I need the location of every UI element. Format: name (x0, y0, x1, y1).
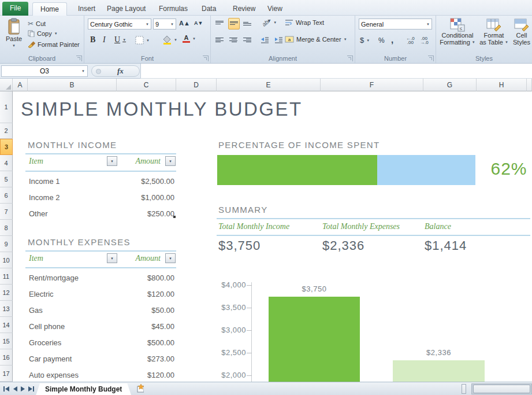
table-resize-handle[interactable] (173, 216, 176, 218)
font-name-combo[interactable]: Century Gothic ▼ (88, 19, 151, 29)
row-header-4[interactable]: 4 (0, 155, 13, 171)
paste-button[interactable]: Paste ▼ (3, 18, 24, 49)
expense-row[interactable]: Cell phone$45.00 (28, 319, 176, 334)
row-header-10[interactable]: 10 (0, 252, 13, 268)
row-header-14[interactable]: 14 (0, 317, 13, 333)
align-left-button[interactable] (215, 36, 225, 43)
percent-spent-heading[interactable]: PERCENTAGE OF INCOME SPENT (218, 140, 380, 150)
comma-style-button[interactable]: , (391, 35, 393, 45)
formula-bar-collapse-dot[interactable] (96, 69, 101, 74)
column-header-a[interactable]: A (13, 79, 28, 91)
row-header-3-selected[interactable]: 3 (0, 139, 13, 155)
shrink-font-button[interactable]: A▼ (194, 20, 203, 26)
align-right-button[interactable] (243, 36, 252, 43)
copy-button[interactable]: Copy ▼ (28, 30, 58, 37)
grow-font-button[interactable]: A▲ (179, 20, 190, 27)
income-amount-header[interactable]: Amount (111, 157, 161, 166)
row-header-11[interactable]: 11 (0, 268, 13, 285)
summary-value-income[interactable]: $3,750 (218, 238, 261, 253)
expense-row[interactable]: Auto expenses$120.00 (28, 367, 176, 382)
column-header-b[interactable]: B (28, 79, 117, 91)
accounting-format-button[interactable]: $▼ (360, 36, 370, 45)
increase-indent-button[interactable] (274, 36, 283, 43)
bold-button[interactable]: B (90, 35, 95, 45)
format-as-table-button[interactable]: Format as Table▼ (479, 18, 509, 46)
summary-value-balance[interactable]: $1,414 (425, 238, 467, 253)
column-header-h[interactable]: H (477, 79, 527, 91)
next-sheet-button[interactable] (19, 385, 27, 393)
column-header-g[interactable]: G (423, 79, 477, 91)
orientation-button[interactable]: ab▸ ▼ (262, 19, 277, 25)
conditional-formatting-button[interactable]: ≤ Conditional Formatting▼ (438, 18, 477, 46)
tab-page-layout[interactable]: Page Layout (99, 2, 153, 16)
previous-sheet-button[interactable] (11, 385, 18, 393)
italic-button[interactable]: I (103, 35, 106, 45)
insert-worksheet-button[interactable] (136, 384, 144, 392)
expenses-amount-header[interactable]: Amount (111, 254, 161, 263)
row-header-7[interactable]: 7 (0, 204, 13, 220)
row-header-12[interactable]: 12 (0, 285, 13, 301)
select-all-corner[interactable] (0, 79, 13, 91)
borders-button[interactable]: ▼ (135, 36, 150, 45)
income-heading[interactable]: MONTHLY INCOME (28, 140, 117, 150)
income-amount-filter-button[interactable]: ▼ (165, 156, 176, 166)
row-header-16[interactable]: 16 (0, 349, 13, 366)
income-item-header[interactable]: Item (29, 157, 43, 166)
expenses-item-header[interactable]: Item (29, 254, 43, 263)
number-dialog-launcher[interactable] (428, 56, 434, 61)
merge-center-button[interactable]: a Merge & Center ▼ (285, 36, 347, 43)
row-header-15[interactable]: 15 (0, 333, 13, 349)
column-header-c[interactable]: C (117, 79, 176, 91)
formula-input[interactable] (140, 64, 532, 79)
decrease-indent-button[interactable] (261, 36, 269, 43)
horizontal-scrollbar[interactable] (471, 383, 532, 394)
row-header-1[interactable]: 1 (0, 91, 13, 123)
alignment-dialog-launcher[interactable] (347, 56, 353, 61)
tab-view[interactable]: View (260, 2, 290, 16)
worksheet-title[interactable]: SIMPLE MONTHLY BUDGET (21, 98, 303, 120)
horizontal-scrollbar-thumb[interactable] (473, 385, 530, 393)
clipboard-dialog-launcher[interactable] (76, 56, 82, 61)
tab-data[interactable]: Data (194, 2, 224, 16)
tab-review[interactable]: Review (225, 2, 263, 16)
tab-split-handle[interactable] (462, 384, 466, 394)
expenses-heading[interactable]: MONTHLY EXPENSES (28, 237, 131, 247)
row-header-5[interactable]: 5 (0, 171, 13, 187)
summary-col-balance[interactable]: Balance (425, 222, 451, 231)
percent-spent-value[interactable]: 62% (485, 159, 532, 179)
income-row[interactable]: Other$250.00 (28, 206, 176, 221)
income-row[interactable]: Income 2$1,000.00 (28, 190, 176, 205)
last-sheet-button[interactable] (27, 385, 35, 393)
cut-button[interactable]: ✂ Cut (28, 20, 46, 28)
expense-row[interactable]: Gas$50.00 (28, 302, 176, 318)
expense-row[interactable]: Rent/mortgage$800.00 (28, 270, 176, 285)
insert-function-fx-icon[interactable]: fx (117, 67, 124, 76)
row-header-9[interactable]: 9 (0, 236, 13, 252)
column-header-f[interactable]: F (321, 79, 423, 91)
name-box[interactable]: O3 ▼ (1, 65, 88, 77)
align-top-button[interactable] (215, 20, 225, 25)
expense-row[interactable]: Electric$120.00 (28, 286, 176, 301)
tab-home[interactable]: Home (32, 2, 67, 16)
expense-row[interactable]: Car payment$273.00 (28, 351, 176, 366)
expense-row[interactable]: Groceries$500.00 (28, 335, 176, 350)
number-format-combo[interactable]: General ▼ (359, 19, 432, 29)
align-middle-button[interactable] (228, 18, 240, 29)
increase-decimal-button[interactable]: ←.0.00 (406, 36, 415, 45)
underline-button[interactable]: U▼ (114, 35, 126, 45)
column-header-d[interactable]: D (176, 79, 217, 91)
row-header-6[interactable]: 6 (0, 187, 13, 204)
font-dialog-launcher[interactable] (203, 56, 209, 61)
tab-file[interactable]: File (2, 2, 28, 16)
summary-heading[interactable]: SUMMARY (218, 205, 268, 215)
align-center-button[interactable] (229, 36, 239, 43)
row-header-2[interactable]: 2 (0, 123, 13, 139)
percent-style-button[interactable]: % (378, 36, 385, 45)
row-header-17[interactable]: 17 (0, 366, 13, 382)
tab-insert[interactable]: Insert (70, 2, 103, 16)
summary-col-income[interactable]: Total Monthly Income (218, 222, 289, 231)
summary-col-expenses[interactable]: Total Monthly Expenses (322, 222, 400, 231)
row-header-13[interactable]: 13 (0, 301, 13, 317)
align-bottom-button[interactable] (243, 21, 252, 26)
cell-styles-button[interactable]: Cell Styles (511, 18, 532, 46)
